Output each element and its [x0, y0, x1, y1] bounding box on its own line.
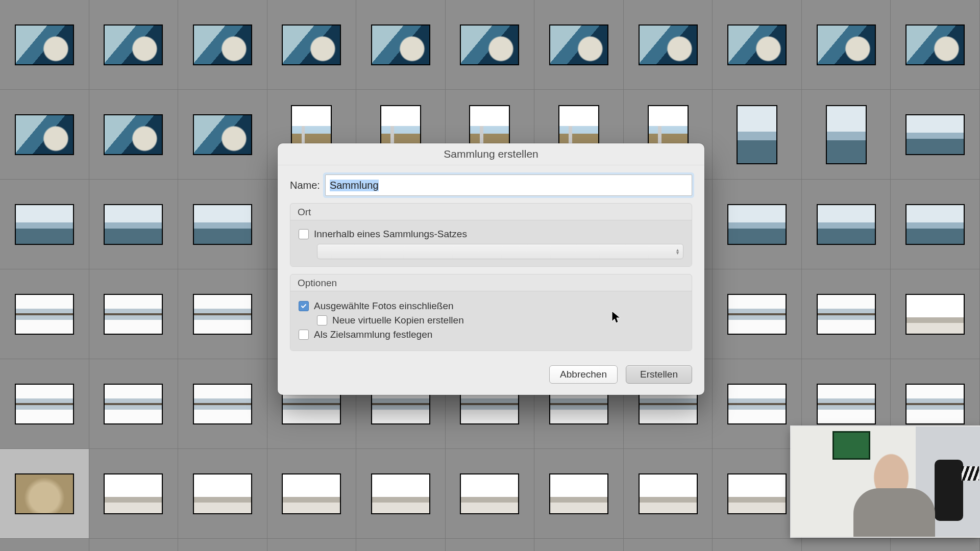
- thumbnail-image: [193, 24, 252, 65]
- inside-collection-set-checkbox[interactable]: [299, 229, 309, 239]
- collection-set-select[interactable]: ▴▾: [317, 244, 683, 259]
- thumbnail-cell[interactable]: [178, 359, 267, 449]
- thumbnail-image: [826, 105, 867, 164]
- thumbnail-cell[interactable]: [890, 269, 980, 359]
- thumbnail-cell[interactable]: [712, 448, 802, 539]
- thumbnail-cell[interactable]: [712, 179, 802, 269]
- thumbnail-cell[interactable]: [445, 538, 535, 551]
- thumbnail-cell[interactable]: [623, 0, 713, 90]
- thumbnail-cell[interactable]: [356, 448, 446, 539]
- target-collection-checkbox[interactable]: [299, 330, 309, 340]
- target-collection-row[interactable]: Als Zielsammlung festlegen: [299, 329, 683, 340]
- thumbnail-cell[interactable]: [712, 269, 802, 359]
- collection-name-input[interactable]: [325, 174, 692, 196]
- thumbnail-cell[interactable]: [267, 0, 357, 90]
- thumbnail-cell[interactable]: [712, 538, 802, 551]
- thumbnail-cell[interactable]: [890, 179, 980, 269]
- thumbnail-image: [460, 24, 519, 65]
- thumbnail-cell[interactable]: [267, 538, 357, 551]
- thumbnail-image: [15, 24, 74, 65]
- thumbnail-image: [817, 294, 876, 335]
- thumbnail-image: [905, 114, 965, 155]
- thumbnail-cell[interactable]: [712, 0, 802, 90]
- thumbnail-cell[interactable]: [89, 448, 179, 539]
- thumbnail-cell[interactable]: [0, 448, 89, 539]
- virtual-copies-row[interactable]: Neue virtuelle Kopien erstellen: [299, 315, 683, 326]
- thumbnail-image: [104, 294, 163, 335]
- thumbnail-cell[interactable]: [178, 269, 267, 359]
- thumbnail-cell[interactable]: [0, 359, 89, 449]
- thumbnail-cell[interactable]: [712, 89, 802, 180]
- thumbnail-cell[interactable]: [445, 0, 535, 90]
- thumbnail-image: [104, 24, 163, 65]
- thumbnail-cell[interactable]: [178, 448, 267, 539]
- thumbnail-cell[interactable]: [267, 448, 357, 539]
- thumbnail-image: [817, 204, 876, 245]
- thumbnail-image: [727, 24, 787, 65]
- include-selected-label: Ausgewählte Fotos einschließen: [314, 300, 454, 312]
- thumbnail-image: [104, 384, 163, 424]
- thumbnail-cell[interactable]: [0, 0, 89, 90]
- thumbnail-cell[interactable]: [890, 0, 980, 90]
- thumbnail-cell[interactable]: [534, 538, 624, 551]
- thumbnail-image: [282, 24, 341, 65]
- virtual-copies-checkbox[interactable]: [317, 315, 327, 325]
- thumbnail-cell[interactable]: [0, 89, 89, 180]
- thumbnail-cell[interactable]: [89, 538, 179, 551]
- options-group-header: Optionen: [290, 274, 692, 291]
- location-group-body: Innerhalb eines Sammlungs-Satzes ▴▾: [290, 220, 692, 266]
- thumbnail-cell[interactable]: [0, 179, 89, 269]
- thumbnail-cell[interactable]: [890, 538, 980, 551]
- thumbnail-cell[interactable]: [801, 269, 891, 359]
- dialog-actions: Abbrechen Erstellen: [278, 363, 704, 395]
- thumbnail-cell[interactable]: [801, 0, 891, 90]
- thumbnail-cell[interactable]: [534, 0, 624, 90]
- create-collection-dialog: Sammlung erstellen Name: Ort Innerhalb e…: [278, 143, 704, 395]
- thumbnail-image: [549, 473, 608, 514]
- options-group-body: Ausgewählte Fotos einschließen Neue virt…: [290, 291, 692, 350]
- thumbnail-image: [460, 473, 519, 514]
- thumbnail-image: [193, 473, 252, 514]
- thumbnail-cell[interactable]: [356, 0, 446, 90]
- thumbnail-cell[interactable]: [178, 179, 267, 269]
- thumbnail-cell[interactable]: [89, 269, 179, 359]
- cancel-button[interactable]: Abbrechen: [549, 365, 618, 384]
- thumbnail-cell[interactable]: [89, 0, 179, 90]
- thumbnail-cell[interactable]: [801, 538, 891, 551]
- thumbnail-cell[interactable]: [0, 269, 89, 359]
- thumbnail-image: [15, 294, 74, 335]
- thumbnail-image: [549, 24, 608, 65]
- thumbnail-cell[interactable]: [890, 89, 980, 180]
- thumbnail-cell[interactable]: [0, 538, 89, 551]
- thumbnail-cell[interactable]: [89, 179, 179, 269]
- thumbnail-cell[interactable]: [178, 89, 267, 180]
- thumbnail-cell[interactable]: [712, 359, 802, 449]
- thumbnail-cell[interactable]: [801, 179, 891, 269]
- thumbnail-cell[interactable]: [801, 89, 891, 180]
- thumbnail-image: [727, 473, 787, 514]
- thumbnail-cell[interactable]: [178, 538, 267, 551]
- name-label: Name:: [290, 180, 320, 191]
- thumbnail-image: [905, 294, 965, 335]
- options-group: Optionen Ausgewählte Fotos einschließen …: [290, 274, 692, 351]
- thumbnail-cell[interactable]: [178, 0, 267, 90]
- thumbnail-cell[interactable]: [623, 448, 713, 539]
- thumbnail-cell[interactable]: [445, 448, 535, 539]
- inside-collection-set-row[interactable]: Innerhalb eines Sammlungs-Satzes: [299, 229, 683, 240]
- thumbnail-cell[interactable]: [356, 538, 446, 551]
- thumbnail-image: [15, 114, 74, 155]
- thumbnail-cell[interactable]: [623, 538, 713, 551]
- thumbnail-image: [737, 105, 777, 164]
- thumbnail-image: [905, 384, 965, 424]
- include-selected-checkbox[interactable]: [299, 301, 309, 311]
- thumbnail-image: [727, 384, 787, 424]
- create-button[interactable]: Erstellen: [626, 365, 692, 384]
- thumbnail-image: [193, 114, 252, 155]
- thumbnail-cell[interactable]: [89, 359, 179, 449]
- include-selected-row[interactable]: Ausgewählte Fotos einschließen: [299, 300, 683, 312]
- thumbnail-image: [282, 473, 341, 514]
- thumbnail-cell[interactable]: [534, 448, 624, 539]
- location-group-header: Ort: [290, 204, 692, 220]
- presenter-webcam-overlay: [791, 427, 980, 537]
- thumbnail-cell[interactable]: [89, 89, 179, 180]
